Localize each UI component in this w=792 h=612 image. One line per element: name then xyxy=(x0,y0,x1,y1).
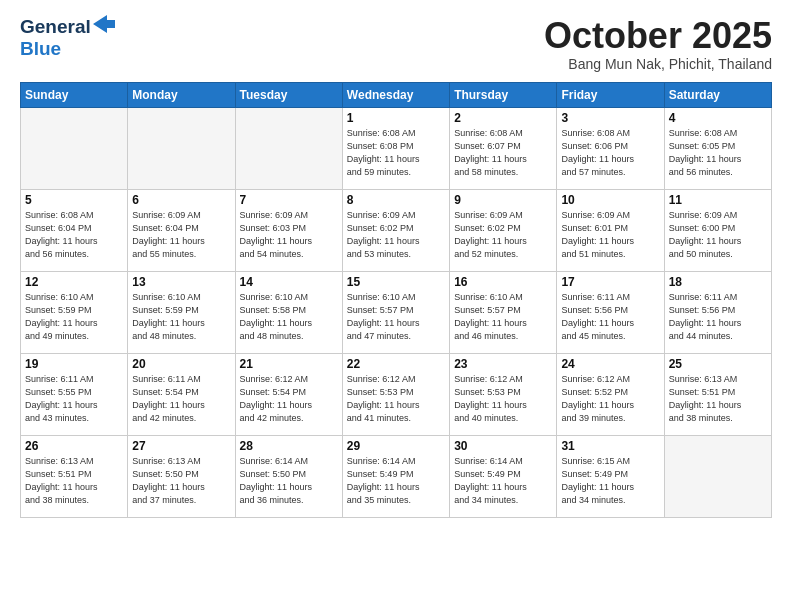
day-number: 11 xyxy=(669,193,767,207)
location: Bang Mun Nak, Phichit, Thailand xyxy=(544,56,772,72)
day-info: Sunrise: 6:11 AM Sunset: 5:54 PM Dayligh… xyxy=(132,373,230,425)
day-info: Sunrise: 6:08 AM Sunset: 6:05 PM Dayligh… xyxy=(669,127,767,179)
month-title: October 2025 xyxy=(544,16,772,56)
calendar-cell xyxy=(128,107,235,189)
day-info: Sunrise: 6:10 AM Sunset: 5:57 PM Dayligh… xyxy=(454,291,552,343)
calendar-cell: 23Sunrise: 6:12 AM Sunset: 5:53 PM Dayli… xyxy=(450,353,557,435)
calendar-cell xyxy=(664,435,771,517)
calendar-cell xyxy=(21,107,128,189)
day-number: 4 xyxy=(669,111,767,125)
day-info: Sunrise: 6:08 AM Sunset: 6:08 PM Dayligh… xyxy=(347,127,445,179)
header: General Blue October 2025 Bang Mun Nak, … xyxy=(20,16,772,72)
calendar-cell: 31Sunrise: 6:15 AM Sunset: 5:49 PM Dayli… xyxy=(557,435,664,517)
day-info: Sunrise: 6:09 AM Sunset: 6:02 PM Dayligh… xyxy=(347,209,445,261)
calendar-cell: 1Sunrise: 6:08 AM Sunset: 6:08 PM Daylig… xyxy=(342,107,449,189)
weekday-header-wednesday: Wednesday xyxy=(342,82,449,107)
day-number: 20 xyxy=(132,357,230,371)
title-area: October 2025 Bang Mun Nak, Phichit, Thai… xyxy=(544,16,772,72)
weekday-header-row: SundayMondayTuesdayWednesdayThursdayFrid… xyxy=(21,82,772,107)
calendar-cell: 26Sunrise: 6:13 AM Sunset: 5:51 PM Dayli… xyxy=(21,435,128,517)
calendar-cell: 19Sunrise: 6:11 AM Sunset: 5:55 PM Dayli… xyxy=(21,353,128,435)
day-info: Sunrise: 6:09 AM Sunset: 6:00 PM Dayligh… xyxy=(669,209,767,261)
day-number: 1 xyxy=(347,111,445,125)
day-number: 28 xyxy=(240,439,338,453)
day-info: Sunrise: 6:09 AM Sunset: 6:02 PM Dayligh… xyxy=(454,209,552,261)
day-info: Sunrise: 6:14 AM Sunset: 5:50 PM Dayligh… xyxy=(240,455,338,507)
calendar-cell: 13Sunrise: 6:10 AM Sunset: 5:59 PM Dayli… xyxy=(128,271,235,353)
day-number: 13 xyxy=(132,275,230,289)
calendar-cell: 10Sunrise: 6:09 AM Sunset: 6:01 PM Dayli… xyxy=(557,189,664,271)
day-number: 16 xyxy=(454,275,552,289)
day-info: Sunrise: 6:10 AM Sunset: 5:59 PM Dayligh… xyxy=(132,291,230,343)
calendar-cell: 27Sunrise: 6:13 AM Sunset: 5:50 PM Dayli… xyxy=(128,435,235,517)
day-info: Sunrise: 6:12 AM Sunset: 5:54 PM Dayligh… xyxy=(240,373,338,425)
calendar-cell: 20Sunrise: 6:11 AM Sunset: 5:54 PM Dayli… xyxy=(128,353,235,435)
day-info: Sunrise: 6:09 AM Sunset: 6:03 PM Dayligh… xyxy=(240,209,338,261)
day-info: Sunrise: 6:12 AM Sunset: 5:53 PM Dayligh… xyxy=(454,373,552,425)
calendar-cell: 6Sunrise: 6:09 AM Sunset: 6:04 PM Daylig… xyxy=(128,189,235,271)
day-number: 23 xyxy=(454,357,552,371)
weekday-header-sunday: Sunday xyxy=(21,82,128,107)
day-info: Sunrise: 6:11 AM Sunset: 5:56 PM Dayligh… xyxy=(561,291,659,343)
day-info: Sunrise: 6:12 AM Sunset: 5:53 PM Dayligh… xyxy=(347,373,445,425)
weekday-header-friday: Friday xyxy=(557,82,664,107)
calendar-cell: 7Sunrise: 6:09 AM Sunset: 6:03 PM Daylig… xyxy=(235,189,342,271)
weekday-header-saturday: Saturday xyxy=(664,82,771,107)
day-number: 21 xyxy=(240,357,338,371)
day-info: Sunrise: 6:13 AM Sunset: 5:51 PM Dayligh… xyxy=(669,373,767,425)
svg-marker-0 xyxy=(93,15,115,33)
calendar-cell: 2Sunrise: 6:08 AM Sunset: 6:07 PM Daylig… xyxy=(450,107,557,189)
day-number: 17 xyxy=(561,275,659,289)
logo-blue-text: Blue xyxy=(20,38,61,60)
day-info: Sunrise: 6:15 AM Sunset: 5:49 PM Dayligh… xyxy=(561,455,659,507)
logo: General Blue xyxy=(20,16,115,60)
calendar-cell: 5Sunrise: 6:08 AM Sunset: 6:04 PM Daylig… xyxy=(21,189,128,271)
calendar-cell: 4Sunrise: 6:08 AM Sunset: 6:05 PM Daylig… xyxy=(664,107,771,189)
day-number: 31 xyxy=(561,439,659,453)
calendar-cell: 16Sunrise: 6:10 AM Sunset: 5:57 PM Dayli… xyxy=(450,271,557,353)
page: General Blue October 2025 Bang Mun Nak, … xyxy=(0,0,792,612)
day-info: Sunrise: 6:14 AM Sunset: 5:49 PM Dayligh… xyxy=(454,455,552,507)
calendar-cell: 12Sunrise: 6:10 AM Sunset: 5:59 PM Dayli… xyxy=(21,271,128,353)
calendar-cell: 25Sunrise: 6:13 AM Sunset: 5:51 PM Dayli… xyxy=(664,353,771,435)
calendar-cell: 3Sunrise: 6:08 AM Sunset: 6:06 PM Daylig… xyxy=(557,107,664,189)
day-info: Sunrise: 6:13 AM Sunset: 5:50 PM Dayligh… xyxy=(132,455,230,507)
calendar-cell: 28Sunrise: 6:14 AM Sunset: 5:50 PM Dayli… xyxy=(235,435,342,517)
day-number: 24 xyxy=(561,357,659,371)
day-info: Sunrise: 6:09 AM Sunset: 6:04 PM Dayligh… xyxy=(132,209,230,261)
day-number: 30 xyxy=(454,439,552,453)
day-number: 2 xyxy=(454,111,552,125)
day-info: Sunrise: 6:08 AM Sunset: 6:07 PM Dayligh… xyxy=(454,127,552,179)
day-info: Sunrise: 6:08 AM Sunset: 6:06 PM Dayligh… xyxy=(561,127,659,179)
logo-general-text: General xyxy=(20,16,91,38)
day-number: 9 xyxy=(454,193,552,207)
calendar-cell: 17Sunrise: 6:11 AM Sunset: 5:56 PM Dayli… xyxy=(557,271,664,353)
week-row-1: 5Sunrise: 6:08 AM Sunset: 6:04 PM Daylig… xyxy=(21,189,772,271)
day-info: Sunrise: 6:13 AM Sunset: 5:51 PM Dayligh… xyxy=(25,455,123,507)
day-number: 27 xyxy=(132,439,230,453)
day-number: 6 xyxy=(132,193,230,207)
calendar-cell: 8Sunrise: 6:09 AM Sunset: 6:02 PM Daylig… xyxy=(342,189,449,271)
day-info: Sunrise: 6:11 AM Sunset: 5:56 PM Dayligh… xyxy=(669,291,767,343)
calendar-cell: 14Sunrise: 6:10 AM Sunset: 5:58 PM Dayli… xyxy=(235,271,342,353)
day-number: 26 xyxy=(25,439,123,453)
weekday-header-tuesday: Tuesday xyxy=(235,82,342,107)
day-info: Sunrise: 6:12 AM Sunset: 5:52 PM Dayligh… xyxy=(561,373,659,425)
week-row-0: 1Sunrise: 6:08 AM Sunset: 6:08 PM Daylig… xyxy=(21,107,772,189)
day-number: 10 xyxy=(561,193,659,207)
calendar-cell: 30Sunrise: 6:14 AM Sunset: 5:49 PM Dayli… xyxy=(450,435,557,517)
weekday-header-monday: Monday xyxy=(128,82,235,107)
week-row-3: 19Sunrise: 6:11 AM Sunset: 5:55 PM Dayli… xyxy=(21,353,772,435)
day-number: 15 xyxy=(347,275,445,289)
day-info: Sunrise: 6:08 AM Sunset: 6:04 PM Dayligh… xyxy=(25,209,123,261)
day-info: Sunrise: 6:14 AM Sunset: 5:49 PM Dayligh… xyxy=(347,455,445,507)
day-info: Sunrise: 6:11 AM Sunset: 5:55 PM Dayligh… xyxy=(25,373,123,425)
calendar-table: SundayMondayTuesdayWednesdayThursdayFrid… xyxy=(20,82,772,518)
week-row-2: 12Sunrise: 6:10 AM Sunset: 5:59 PM Dayli… xyxy=(21,271,772,353)
week-row-4: 26Sunrise: 6:13 AM Sunset: 5:51 PM Dayli… xyxy=(21,435,772,517)
day-number: 18 xyxy=(669,275,767,289)
weekday-header-thursday: Thursday xyxy=(450,82,557,107)
day-number: 29 xyxy=(347,439,445,453)
day-number: 5 xyxy=(25,193,123,207)
calendar-cell: 22Sunrise: 6:12 AM Sunset: 5:53 PM Dayli… xyxy=(342,353,449,435)
